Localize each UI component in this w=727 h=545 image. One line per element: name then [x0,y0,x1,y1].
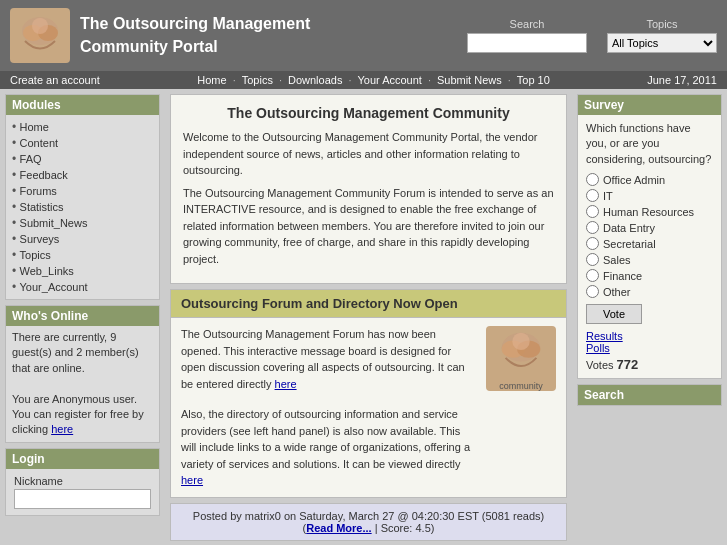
center-content: The Outsourcing Management Community Wel… [165,89,572,545]
list-item: Surveys [12,231,153,247]
radio-hr[interactable] [586,205,599,218]
survey-option-finance: Finance [586,269,713,282]
nickname-input[interactable] [14,489,151,509]
list-item: Home [12,119,153,135]
header-search-area: Search Topics All Topics [467,18,717,53]
forum-para1: The Outsourcing Management Forum has now… [181,326,476,392]
nav-downloads[interactable]: Downloads [288,74,342,86]
survey-option-data-entry: Data Entry [586,221,713,234]
list-item: Your_Account [12,279,153,295]
community-image: community [486,326,556,391]
survey-content: Which functions have you, or are you con… [578,115,721,378]
nickname-label: Nickname [14,475,151,487]
survey-option-hr: Human Resources [586,205,713,218]
create-account-link[interactable]: Create an account [10,74,100,86]
anon-text: You are Anonymous user. You can register… [12,392,153,438]
votes-count: Votes 772 [586,357,713,372]
label-office-admin: Office Admin [603,174,665,186]
module-weblinks-link[interactable]: Web_Links [20,265,74,277]
forum-box: Outsourcing Forum and Directory Now Open… [170,289,567,498]
list-item: Web_Links [12,263,153,279]
nav-date: June 17, 2011 [647,74,717,86]
label-sales: Sales [603,254,631,266]
radio-secretarial[interactable] [586,237,599,250]
posted-box: Posted by matrix0 on Saturday, March 27 … [170,503,567,541]
nav-topics[interactable]: Topics [242,74,273,86]
main-para2: The Outsourcing Management Community For… [183,185,554,268]
read-more-link[interactable]: Read More... [306,522,371,534]
topics-col: Topics All Topics [607,18,717,53]
list-item: Topics [12,247,153,263]
search-input[interactable] [467,33,587,53]
survey-option-sales: Sales [586,253,713,266]
header-logo: The Outsourcing Management Community Por… [10,8,310,63]
site-title: The Outsourcing Management Community Por… [80,13,310,58]
radio-data-entry[interactable] [586,221,599,234]
score-text: Score: 4.5 [381,522,431,534]
main-title: The Outsourcing Management Community [183,105,554,121]
nav-your-account[interactable]: Your Account [357,74,421,86]
login-box: Login Nickname [5,448,160,516]
radio-finance[interactable] [586,269,599,282]
search-right-title: Search [578,385,721,405]
module-surveys-link[interactable]: Surveys [20,233,60,245]
survey-option-office-admin: Office Admin [586,173,713,186]
forum-link1[interactable]: here [275,378,297,390]
main: Modules Home Content FAQ Feedback Forums… [0,89,727,545]
radio-other[interactable] [586,285,599,298]
module-youraccount-link[interactable]: Your_Account [20,281,88,293]
module-forums-link[interactable]: Forums [20,185,57,197]
nav-home[interactable]: Home [197,74,226,86]
nav-submit-news[interactable]: Submit News [437,74,502,86]
module-feedback-link[interactable]: Feedback [20,169,68,181]
list-item: Feedback [12,167,153,183]
votes-label: Votes [586,359,614,371]
module-faq-link[interactable]: FAQ [20,153,42,165]
list-item: FAQ [12,151,153,167]
module-content-link[interactable]: Content [20,137,59,149]
forum-content: The Outsourcing Management Forum has now… [171,318,566,497]
module-topics-link[interactable]: Topics [20,249,51,261]
forum-link2[interactable]: here [181,474,203,486]
community-label: community [499,381,543,391]
results-polls: Results Polls [586,330,713,354]
label-it: IT [603,190,613,202]
modules-title: Modules [6,95,159,115]
module-submit-news-link[interactable]: Submit_News [20,217,88,229]
whos-online-content: There are currently, 9 guest(s) and 2 me… [6,326,159,442]
nav-top10[interactable]: Top 10 [517,74,550,86]
list-item: Content [12,135,153,151]
topics-select[interactable]: All Topics [607,33,717,53]
radio-sales[interactable] [586,253,599,266]
list-item: Forums [12,183,153,199]
votes-number: 772 [617,357,639,372]
results-link[interactable]: Results [586,330,713,342]
register-here-link[interactable]: here [51,423,73,435]
nav-links: Home · Topics · Downloads · Your Account… [197,74,550,86]
survey-option-other: Other [586,285,713,298]
forum-title: Outsourcing Forum and Directory Now Open [171,290,566,318]
forum-text: The Outsourcing Management Forum has now… [181,326,476,489]
vote-button[interactable]: Vote [586,304,642,324]
logo-image [10,8,70,63]
modules-box: Modules Home Content FAQ Feedback Forums… [5,94,160,300]
label-hr: Human Resources [603,206,694,218]
module-statistics-link[interactable]: Statistics [20,201,64,213]
survey-title: Survey [578,95,721,115]
welcome-box: The Outsourcing Management Community Wel… [170,94,567,284]
search-col: Search [467,18,587,53]
left-sidebar: Modules Home Content FAQ Feedback Forums… [0,89,165,545]
polls-link[interactable]: Polls [586,342,713,354]
navbar: Create an account Home · Topics · Downlo… [0,71,727,89]
radio-office-admin[interactable] [586,173,599,186]
header: The Outsourcing Management Community Por… [0,0,727,71]
list-item: Submit_News [12,215,153,231]
label-data-entry: Data Entry [603,222,655,234]
survey-option-secretarial: Secretarial [586,237,713,250]
survey-question: Which functions have you, or are you con… [586,121,713,167]
radio-it[interactable] [586,189,599,202]
login-title: Login [6,449,159,469]
right-sidebar: Survey Which functions have you, or are … [572,89,727,545]
search-label: Search [510,18,545,30]
module-home-link[interactable]: Home [20,121,49,133]
